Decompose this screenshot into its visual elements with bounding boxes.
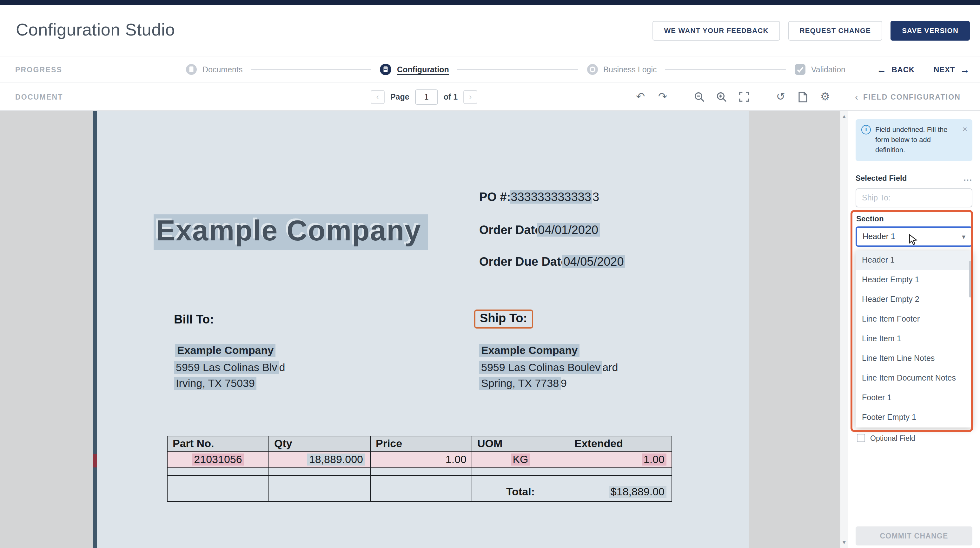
cell-part-no[interactable]: 21031056 <box>167 451 269 468</box>
option-header-empty-1[interactable]: Header Empty 1 <box>856 270 972 290</box>
step-connector <box>457 69 578 70</box>
option-header-1[interactable]: Header 1 <box>856 251 972 270</box>
option-line-item-line-notes[interactable]: Line Item Line Notes <box>856 349 972 369</box>
undo-icon[interactable]: ↶ <box>634 91 647 103</box>
company-heading-text[interactable]: Example Company <box>154 214 428 250</box>
next-label: NEXT <box>934 65 955 74</box>
configuration-step-icon <box>380 64 392 75</box>
scroll-up-icon[interactable]: ▲ <box>840 114 848 119</box>
request-change-button[interactable]: REQUEST CHANGE <box>788 21 883 41</box>
option-line-item-footer[interactable]: Line Item Footer <box>856 310 972 329</box>
total-label: Total: <box>472 483 569 501</box>
viewer-tools: ↶ ↷ ↺ ⚙ <box>634 83 832 110</box>
dropdown-scrollbar-thumb[interactable] <box>969 260 971 297</box>
bill-street-tail: d <box>279 362 285 373</box>
step-label: Validation <box>811 65 845 74</box>
app-header: Configuration Studio WE WANT YOUR FEEDBA… <box>0 5 980 56</box>
cell-uom[interactable]: KG <box>472 451 569 468</box>
info-icon: i <box>861 125 871 135</box>
cell-price[interactable]: 1.00 <box>371 451 472 468</box>
document-file-icon[interactable] <box>797 91 809 103</box>
next-arrow-icon: → <box>960 65 970 74</box>
step-configuration[interactable]: Configuration <box>380 64 449 75</box>
configuration-studio-app: Configuration Studio WE WANT YOUR FEEDBA… <box>0 0 980 548</box>
ship-street-tail: ard <box>602 362 618 373</box>
history-icon[interactable]: ↺ <box>774 91 787 103</box>
page-label: Page <box>390 92 409 101</box>
cell-extended[interactable]: 1.00 <box>569 451 672 468</box>
col-header-qty: Qty <box>269 436 371 451</box>
section-select-value: Header 1 <box>862 232 895 241</box>
option-header-empty-2[interactable]: Header Empty 2 <box>856 290 972 310</box>
top-accent-bar <box>0 0 980 5</box>
order-date-value[interactable]: 04/01/2020 <box>537 223 600 237</box>
selected-field-row: Selected Field ... <box>856 173 972 183</box>
bill-to-label: Bill To: <box>174 313 214 327</box>
option-line-item-document-notes[interactable]: Line Item Document Notes <box>856 369 972 388</box>
commit-change-button[interactable]: COMMIT CHANGE <box>856 526 972 545</box>
col-header-extended: Extended <box>569 436 672 451</box>
progress-nav: ← BACK NEXT → <box>877 56 970 83</box>
optional-field-checkbox[interactable] <box>857 434 865 442</box>
collapse-chevron-icon[interactable]: ‹ <box>855 92 858 102</box>
page-title: Configuration Studio <box>16 20 175 40</box>
line-items-table: Part No. Qty Price UOM Extended 21031056… <box>167 436 672 502</box>
back-button[interactable]: ← BACK <box>877 65 915 74</box>
progress-label: PROGRESS <box>15 66 62 73</box>
step-business-logic[interactable]: Business Logic <box>586 64 657 75</box>
bill-street[interactable]: 5959 Las Colinas Blv <box>174 361 279 374</box>
redo-icon[interactable]: ↷ <box>656 91 669 103</box>
section-select[interactable]: Header 1 ▾ <box>856 226 972 247</box>
ship-city-tail: 9 <box>561 377 567 389</box>
zoom-in-icon[interactable] <box>715 91 728 103</box>
field-configuration-header[interactable]: ‹ FIELD CONFIGURATION <box>855 83 961 110</box>
step-validation[interactable]: Validation <box>794 64 845 75</box>
table-row: 21031056 18,889.000 1.00 KG 1.00 <box>167 451 672 468</box>
feedback-button[interactable]: WE WANT YOUR FEEDBACK <box>652 21 780 41</box>
bill-company[interactable]: Example Company <box>175 344 275 357</box>
step-label: Business Logic <box>603 65 657 74</box>
progress-bar: PROGRESS Documents Configuration <box>0 56 980 83</box>
more-options-icon[interactable]: ... <box>964 173 972 183</box>
order-date-label: Order Date: <box>479 223 546 237</box>
cell-qty[interactable]: 18,889.000 <box>269 451 371 468</box>
col-header-price: Price <box>371 436 472 451</box>
po-value[interactable]: 333333333333 <box>509 190 592 203</box>
next-button[interactable]: NEXT → <box>934 65 970 74</box>
ship-city[interactable]: Spring, TX 7738 <box>479 377 561 390</box>
zoom-out-icon[interactable] <box>693 91 706 103</box>
next-page-button[interactable]: › <box>463 90 477 104</box>
section-dropdown: Header 1 Header Empty 1 Header Empty 2 L… <box>856 251 972 427</box>
bill-to-line: 5959 Las Colinas Blvd <box>174 362 285 374</box>
scroll-down-icon[interactable]: ▼ <box>840 540 848 545</box>
fullscreen-icon[interactable] <box>738 91 750 103</box>
prev-page-button[interactable]: ‹ <box>371 90 385 104</box>
save-version-button[interactable]: SAVE VERSION <box>891 21 970 41</box>
close-icon[interactable]: × <box>963 125 967 133</box>
settings-gear-icon[interactable]: ⚙ <box>819 91 832 103</box>
step-documents[interactable]: Documents <box>185 64 242 75</box>
page-count-label: of 1 <box>444 92 458 101</box>
field-undefined-alert: i Field undefined. Fill the form below t… <box>856 119 972 161</box>
ship-company[interactable]: Example Company <box>479 344 579 357</box>
optional-field-row: Optional Field <box>857 434 915 442</box>
order-due-date-label: Order Due Date: <box>479 255 571 268</box>
option-footer-empty-1[interactable]: Footer Empty 1 <box>856 408 972 427</box>
option-footer-1[interactable]: Footer 1 <box>856 388 972 408</box>
step-label: Documents <box>202 65 242 74</box>
back-arrow-icon: ← <box>877 65 887 74</box>
total-value[interactable]: $18,889.00 <box>569 483 672 501</box>
document-scrollbar[interactable]: ▲ ▼ <box>840 111 848 548</box>
order-due-date-value[interactable]: 04/05/2020 <box>562 255 625 268</box>
selected-field-input[interactable] <box>856 188 972 207</box>
ship-to-line: Example Company <box>479 345 579 357</box>
bill-city[interactable]: Irving, TX 75039 <box>174 377 257 390</box>
order-date-field: Order Date:04/01/2020 <box>479 223 600 237</box>
page-number-input[interactable] <box>415 89 438 104</box>
header-actions: WE WANT YOUR FEEDBACK REQUEST CHANGE SAV… <box>652 21 970 41</box>
ship-to-label-selected[interactable]: Ship To: <box>474 310 533 329</box>
company-heading[interactable]: Example Company <box>154 214 428 247</box>
option-line-item-1[interactable]: Line Item 1 <box>856 329 972 349</box>
col-header-part-no: Part No. <box>167 436 269 451</box>
ship-street[interactable]: 5959 Las Colinas Boulev <box>479 361 602 374</box>
